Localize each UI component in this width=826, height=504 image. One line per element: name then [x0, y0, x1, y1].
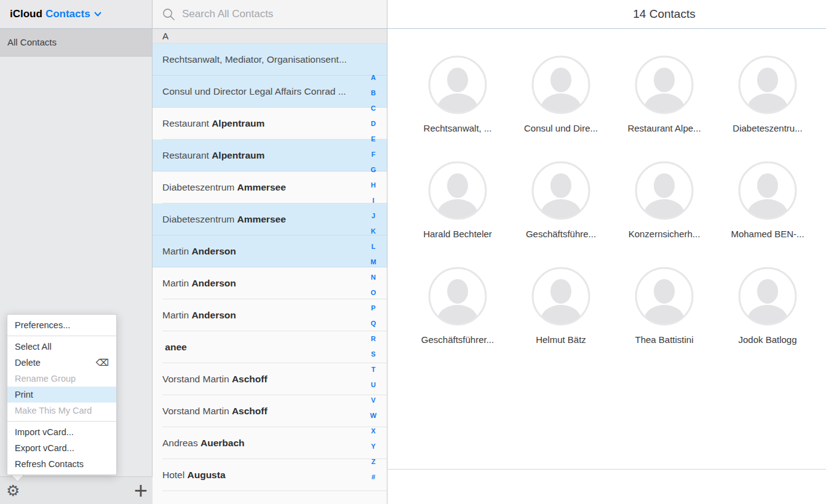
contact-card-name: Consul und Dire... — [524, 123, 598, 133]
contact-card-name: Diabeteszentru... — [733, 123, 802, 133]
menu-item[interactable]: Preferences... — [7, 317, 116, 333]
contact-row[interactable]: Martin Anderson — [153, 299, 387, 331]
contact-card[interactable]: Diabeteszentru... — [716, 55, 819, 161]
menu-item[interactable]: Rename Group — [7, 371, 116, 387]
contact-card[interactable]: Mohamed BEN-... — [716, 161, 819, 267]
avatar-placeholder-icon — [635, 55, 694, 114]
contact-row[interactable]: Andreas Auerbach — [153, 427, 387, 459]
contact-first-name: Vorstand Martin — [162, 406, 229, 417]
contact-card[interactable]: Restaurant Alpe... — [613, 55, 716, 161]
menu-item[interactable]: Make This My Card — [7, 403, 116, 419]
contact-last-name: Aschoff — [232, 406, 268, 417]
alphabet-letter[interactable]: N — [368, 270, 378, 285]
contacts-count-header: 14 Contacts — [387, 0, 826, 29]
menu-item[interactable]: Delete ⌫ — [7, 355, 116, 371]
contact-first-name: Diabeteszentrum — [162, 182, 234, 193]
alphabet-letter[interactable]: K — [368, 224, 378, 239]
alphabet-letter[interactable]: E — [368, 132, 378, 147]
alphabet-letter[interactable]: I — [368, 193, 378, 208]
contact-card[interactable]: Jodok Batlogg — [716, 267, 819, 372]
contact-card[interactable]: Harald Bechteler — [406, 161, 509, 267]
contact-card[interactable]: Konzernsicherh... — [613, 161, 716, 267]
alphabet-letter[interactable]: # — [368, 470, 378, 485]
menu-item-label: Export vCard... — [15, 440, 74, 456]
search-icon — [162, 8, 175, 21]
contact-row[interactable]: Vorstand Martin Aschoff — [153, 363, 387, 395]
menu-item[interactable]: Refresh Contacts — [7, 456, 116, 472]
contacts-count: 14 Contacts — [633, 0, 695, 28]
menu-item[interactable]: Import vCard... — [7, 424, 116, 440]
menu-item[interactable]: Export vCard... — [7, 440, 116, 456]
gear-icon[interactable]: ⚙ — [6, 483, 20, 498]
contact-row[interactable]: Diabeteszentrum Ammersee — [153, 171, 387, 203]
alphabet-letter[interactable]: O — [368, 285, 378, 301]
alphabet-letter[interactable]: Y — [368, 439, 378, 454]
alphabet-index: A B C D E F G H I J K L — [368, 70, 378, 485]
search-input[interactable] — [181, 7, 377, 21]
alphabet-letter[interactable]: H — [368, 178, 378, 193]
contact-last-name: Ammersee — [237, 214, 285, 225]
alphabet-letter[interactable]: W — [368, 408, 378, 423]
contact-card[interactable]: Consul und Dire... — [509, 55, 613, 161]
contact-card[interactable]: Thea Battistini — [613, 267, 716, 372]
chevron-down-icon[interactable] — [93, 10, 102, 18]
contact-row[interactable]: anee — [153, 331, 387, 363]
menu-item-label: Preferences... — [15, 317, 70, 333]
contact-card-name: Thea Battistini — [635, 334, 693, 345]
menu-item[interactable] — [7, 336, 116, 336]
sidebar: iCloud Contacts All Contacts ⚙ + P — [0, 0, 153, 504]
alphabet-letter[interactable]: F — [368, 147, 378, 162]
gear-menu-items: Preferences... Select All Delet — [7, 317, 116, 472]
alphabet-letter[interactable]: Z — [368, 454, 378, 470]
contact-first-name: Consul und Director Legal Affairs Conrad… — [162, 86, 346, 97]
alphabet-letter[interactable]: D — [368, 116, 378, 132]
alphabet-letter[interactable]: Q — [368, 316, 378, 331]
contact-row[interactable]: Restaurant Alpentraum — [153, 108, 387, 140]
menu-item-label: Select All — [15, 339, 52, 355]
avatar-placeholder-icon — [635, 267, 694, 326]
contact-last-name: Auerbach — [201, 438, 245, 449]
menu-item-label: Print — [15, 387, 33, 403]
alphabet-letter[interactable]: X — [368, 423, 378, 439]
alphabet-letter[interactable]: T — [368, 362, 378, 377]
contact-first-name: Restaurant — [162, 118, 209, 129]
contact-card-name: Geschäftsführer... — [421, 334, 494, 345]
alphabet-letter[interactable]: M — [368, 254, 378, 270]
contact-row[interactable]: Martin Anderson — [153, 267, 387, 299]
contact-row[interactable]: Restaurant Alpentraum — [153, 140, 387, 171]
contact-card[interactable]: Geschäftsführer... — [406, 267, 509, 372]
alphabet-letter[interactable]: V — [368, 393, 378, 408]
alphabet-letter[interactable]: S — [368, 347, 378, 362]
contact-card[interactable]: Geschäftsführe... — [509, 161, 613, 267]
alphabet-letter[interactable]: A — [368, 70, 378, 85]
contact-row[interactable]: Consul und Director Legal Affairs Conrad… — [153, 76, 387, 108]
alphabet-letter[interactable]: L — [368, 239, 378, 254]
group-list: All Contacts — [0, 29, 152, 57]
contact-card[interactable]: Rechtsanwalt, ... — [406, 55, 509, 161]
contact-card[interactable]: Helmut Bätz — [509, 267, 613, 372]
sidebar-item-group[interactable]: All Contacts — [0, 29, 152, 57]
add-contact-button[interactable]: + — [134, 479, 148, 502]
contact-row[interactable]: Martin Anderson — [153, 235, 387, 267]
alphabet-letter[interactable]: U — [368, 377, 378, 393]
alphabet-letter[interactable]: R — [368, 331, 378, 347]
contact-card-name: Restaurant Alpe... — [627, 123, 701, 133]
menu-item[interactable]: Print — [7, 387, 116, 403]
contact-row[interactable]: Rechtsanwalt, Mediator, Organisationsent… — [153, 44, 387, 76]
alphabet-letter[interactable]: G — [368, 162, 378, 178]
alphabet-letter[interactable]: B — [368, 85, 378, 101]
contact-row[interactable]: Vorstand Martin Aschoff — [153, 395, 387, 427]
contact-row[interactable]: Hotel Augusta — [153, 459, 387, 491]
contact-row[interactable]: Diabeteszentrum Ammersee — [153, 203, 387, 235]
avatar-placeholder-icon — [738, 161, 797, 220]
contact-card-name: Mohamed BEN-... — [731, 229, 804, 239]
menu-item[interactable]: Select All — [7, 339, 116, 355]
alphabet-letter[interactable]: J — [368, 208, 378, 224]
contact-list-pane: A Rechtsanwalt, Mediator, Organisationse… — [153, 0, 387, 504]
alphabet-letter[interactable]: P — [368, 301, 378, 316]
alphabet-letter[interactable]: C — [368, 101, 378, 116]
contact-first-name: Martin — [162, 246, 189, 257]
app-switcher[interactable]: Contacts — [46, 8, 90, 20]
menu-item[interactable] — [7, 421, 116, 422]
contact-first-name: Vorstand Martin — [162, 374, 229, 385]
